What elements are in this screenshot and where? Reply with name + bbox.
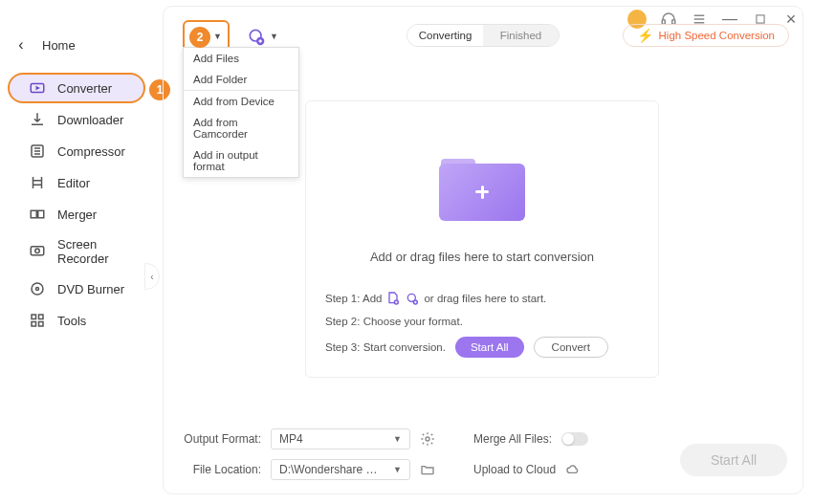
file-location-select[interactable]: D:\Wondershare UniConverter 1 ▼ <box>271 459 410 480</box>
merge-all-label: Merge All Files: <box>473 432 552 446</box>
start-all-button[interactable]: Start All <box>680 444 787 476</box>
add-url-icon <box>247 27 266 46</box>
recorder-icon <box>29 243 46 260</box>
svg-point-12 <box>35 249 40 253</box>
dvd-icon <box>29 280 46 297</box>
svg-rect-11 <box>31 247 44 255</box>
svg-rect-15 <box>32 315 36 319</box>
sidebar-item-converter[interactable]: Converter 1 <box>8 73 145 103</box>
dropzone-card[interactable]: Add or drag files here to start conversi… <box>305 100 659 378</box>
convert-button[interactable]: Convert <box>534 337 608 358</box>
svg-rect-17 <box>32 322 36 327</box>
dropdown-item-add-camcorder[interactable]: Add from Camcorder <box>184 112 298 144</box>
download-icon <box>29 111 46 128</box>
output-format-value: MP4 <box>279 432 303 446</box>
svg-rect-10 <box>38 210 44 218</box>
sidebar-item-label: DVD Burner <box>57 282 124 296</box>
high-speed-label: High Speed Conversion <box>659 30 775 41</box>
sidebar-collapse-handle[interactable]: ‹ <box>144 263 160 290</box>
sidebar-item-label: Editor <box>57 176 90 190</box>
tools-icon <box>29 312 46 329</box>
high-speed-conversion[interactable]: ⚡ High Speed Conversion <box>623 24 789 47</box>
tab-finished[interactable]: Finished <box>483 25 559 46</box>
step3-text: Step 3: Start conversion. <box>325 341 446 353</box>
svg-point-25 <box>426 437 429 441</box>
home-nav[interactable]: ‹ Home <box>0 29 153 61</box>
step-1: Step 1: Add or drag files here to start. <box>325 291 608 306</box>
add-file-icon[interactable] <box>385 291 401 306</box>
merger-icon <box>29 206 46 223</box>
svg-marker-7 <box>36 86 41 91</box>
sidebar-item-screen-recorder[interactable]: Screen Recorder <box>8 230 145 273</box>
dropzone-text: Add or drag files here to start conversi… <box>370 250 594 264</box>
dropdown-item-add-device[interactable]: Add from Device <box>184 91 298 112</box>
step-3: Step 3: Start conversion. Start All Conv… <box>325 337 608 358</box>
sidebar-item-downloader[interactable]: Downloader <box>8 104 145 135</box>
callout-badge-2: 2 <box>189 27 210 48</box>
sidebar-item-label: Converter <box>57 81 112 96</box>
dropdown-item-add-files[interactable]: Add Files <box>184 48 298 69</box>
sidebar-item-label: Compressor <box>57 144 125 159</box>
back-icon: ‹ <box>13 36 29 54</box>
merge-all-toggle[interactable] <box>561 432 588 446</box>
svg-rect-16 <box>39 315 44 319</box>
open-folder-icon[interactable] <box>420 462 435 477</box>
cloud-icon[interactable] <box>565 462 581 477</box>
file-location-label: File Location: <box>179 463 261 476</box>
svg-point-14 <box>36 288 39 291</box>
svg-point-13 <box>32 283 43 295</box>
step1-prefix: Step 1: Add <box>325 293 382 304</box>
sidebar-item-label: Downloader <box>57 113 123 127</box>
settings-gear-icon[interactable] <box>420 431 435 447</box>
sidebar-item-compressor[interactable]: Compressor <box>8 136 145 166</box>
start-all-button-small[interactable]: Start All <box>455 337 524 358</box>
file-location-value: D:\Wondershare UniConverter 1 <box>279 463 385 476</box>
sidebar-item-label: Screen Recorder <box>57 237 132 266</box>
folder-illustration <box>434 147 530 229</box>
sidebar-item-tools[interactable]: Tools <box>8 305 145 336</box>
output-format-select[interactable]: MP4 ▼ <box>271 428 410 449</box>
add-files-dropdown: Add Files Add Folder Add from Device Add… <box>183 47 299 178</box>
chevron-down-icon: ▼ <box>393 465 402 474</box>
chevron-down-icon: ▼ <box>213 32 222 41</box>
compressor-icon <box>29 142 46 160</box>
output-format-label: Output Format: <box>179 432 261 446</box>
step1-suffix: or drag files here to start. <box>424 293 546 304</box>
converter-icon <box>29 79 46 97</box>
svg-rect-9 <box>31 210 36 218</box>
dropdown-item-add-folder[interactable]: Add Folder <box>184 69 298 90</box>
editor-icon <box>29 174 46 191</box>
upload-cloud-label: Upload to Cloud <box>473 463 556 476</box>
chevron-down-icon: ▼ <box>393 434 402 444</box>
sidebar-item-editor[interactable]: Editor <box>8 167 145 198</box>
dropdown-item-add-output-format[interactable]: Add in output format <box>184 144 298 177</box>
chevron-down-icon: ▼ <box>270 32 278 41</box>
step-2: Step 2: Choose your format. <box>325 316 608 327</box>
bolt-icon: ⚡ <box>637 28 653 43</box>
sidebar-item-label: Tools <box>57 314 86 328</box>
tab-converting[interactable]: Converting <box>407 25 483 46</box>
sidebar-item-label: Merger <box>57 208 97 222</box>
tab-segment: Converting Finished <box>406 24 560 47</box>
home-label: Home <box>42 38 76 53</box>
sidebar-item-dvd-burner[interactable]: DVD Burner <box>8 274 145 304</box>
add-url-icon[interactable] <box>405 291 420 306</box>
svg-rect-18 <box>39 322 44 327</box>
sidebar-item-merger[interactable]: Merger <box>8 199 145 230</box>
